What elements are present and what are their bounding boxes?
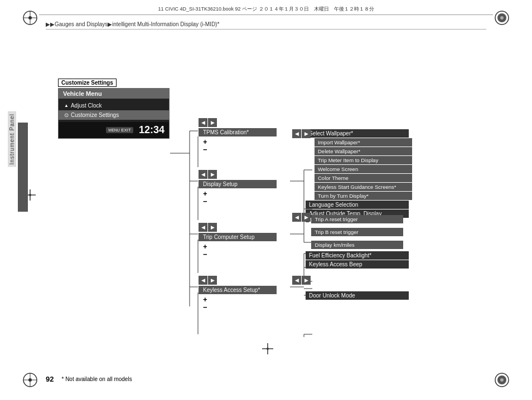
breadcrumb: ▶▶Gauges and Displays▶intelligent Multi-… [46, 21, 219, 27]
keyless-start-row: Keyless Start Guidance Screens* [315, 183, 412, 191]
svg-point-19 [267, 348, 269, 350]
trip-meter-label: Trip Meter Item to Display [315, 156, 412, 164]
trip-submenu-nav: ◀ ▶ [292, 213, 311, 222]
display-setup-nav-area: ◀ ▶ Display Setup + − [199, 170, 277, 206]
vehicle-menu-item-customize: ⊙ Customize Settings [59, 110, 169, 120]
import-wallpaper-label: Import Wallpaper* [315, 138, 412, 147]
select-wallpaper-label: Select Wallpaper* [306, 129, 409, 138]
trip-left-arrow[interactable]: ◀ [199, 223, 207, 232]
tpms-label: TPMS Calibration* [199, 128, 277, 136]
keyless-plus-minus: + − [203, 296, 207, 312]
trip-b-row: +− Trip B reset trigger [306, 226, 409, 238]
display-km-label: Display km/miles [311, 241, 403, 249]
sidebar-tab [18, 123, 28, 212]
keyless-access-submenu: Door Unlock Mode [306, 291, 409, 300]
display-sub-right-arrow[interactable]: ▶ [302, 129, 311, 138]
delete-wallpaper-row: Delete Wallpaper* [315, 147, 412, 155]
trip-computer-nav-area: ◀ ▶ Trip Computer Setup + − [199, 223, 277, 259]
corner-bottom-left [22, 372, 38, 389]
display-right-arrow[interactable]: ▶ [208, 170, 217, 179]
keyless-beep-label: Keyless Access Beep [306, 260, 409, 269]
display-left-arrow[interactable]: ◀ [199, 170, 207, 179]
fuel-efficiency-row: Fuel Efficiency Backlight* [306, 251, 409, 260]
display-sub-left-arrow[interactable]: ◀ [292, 129, 301, 138]
trip-a-row: + − Trip A reset trigger [306, 213, 409, 225]
tpms-left-arrow[interactable]: ◀ [199, 118, 207, 127]
keyless-plus[interactable]: + [203, 296, 207, 304]
trip-sub-right-arrow[interactable]: ▶ [302, 213, 311, 222]
trip-minus[interactable]: − [203, 251, 207, 258]
tpms-plus[interactable]: + [203, 138, 207, 146]
menu-exit-btn: MENU EXIT [106, 127, 133, 133]
cross-mark-bottom-mid [262, 343, 273, 355]
trip-sub-left-arrow[interactable]: ◀ [292, 213, 301, 222]
language-selection-row: Language Selection [306, 201, 412, 209]
select-wallpaper-row: Select Wallpaper* [306, 129, 412, 138]
trip-a-label: Trip A reset trigger [311, 215, 403, 223]
keyless-submenu-nav-arrows[interactable]: ◀ ▶ [292, 276, 311, 285]
page-footer: 92 * Not available on all models [46, 375, 486, 383]
keyless-sub-right-arrow[interactable]: ▶ [302, 276, 311, 285]
language-selection-label: Language Selection [306, 201, 409, 209]
tpms-nav-area: ◀ ▶ TPMS Calibration* + − [199, 118, 277, 154]
display-setup-submenu: Select Wallpaper* Import Wallpaper* Dele… [306, 129, 412, 218]
customize-settings-header: Customize Settings [58, 79, 117, 86]
keyless-access-label: Keyless Access Setup* [199, 286, 277, 294]
keyless-right-arrow[interactable]: ▶ [208, 276, 217, 285]
welcome-screen-row: Welcome Screen [315, 165, 412, 173]
circle-icon: ⊙ [64, 112, 69, 118]
tpms-plus-minus: + − [203, 138, 207, 154]
trip-b-label: Trip B reset trigger [311, 228, 403, 236]
keyless-nav-arrows[interactable]: ◀ ▶ [199, 276, 217, 285]
display-plus[interactable]: + [203, 190, 207, 198]
trip-right-arrow[interactable]: ▶ [208, 223, 217, 232]
tpms-nav-arrows[interactable]: ◀ ▶ [199, 118, 217, 127]
corner-top-right [494, 10, 510, 27]
trip-submenu-nav-arrows[interactable]: ◀ ▶ [292, 213, 311, 222]
breadcrumb-text: ▶▶Gauges and Displays▶intelligent Multi-… [46, 21, 219, 27]
welcome-screen-label: Welcome Screen [315, 165, 412, 173]
side-label: Instrument Panel [8, 111, 16, 167]
keyless-left-arrow[interactable]: ◀ [199, 276, 207, 285]
top-bar-text: 11 CIVIC 4D_SI-31TK36210.book 92 ページ ２０１… [158, 6, 374, 12]
turn-by-turn-label: Turn by Turn Display* [315, 192, 412, 200]
page-number: 92 [46, 375, 54, 383]
display-sub-items: Import Wallpaper* Delete Wallpaper* Trip… [315, 138, 412, 200]
tpms-right-arrow[interactable]: ▶ [208, 118, 217, 127]
color-theme-row: Color Theme [315, 174, 412, 182]
time-display: 12:34 [139, 124, 165, 136]
tpms-minus[interactable]: − [203, 146, 207, 154]
color-theme-label: Color Theme [315, 174, 412, 182]
vehicle-menu-display: Vehicle Menu ▲ Adjust Clock ⊙ Customize … [58, 88, 170, 139]
door-unlock-row: Door Unlock Mode [306, 291, 409, 300]
breadcrumb-underline [46, 29, 486, 30]
corner-top-left [22, 10, 38, 27]
svg-point-13 [500, 378, 504, 382]
display-submenu-nav-arrows[interactable]: ◀ ▶ [292, 129, 311, 138]
display-submenu-nav: ◀ ▶ [292, 129, 311, 138]
keyless-nav-area: ◀ ▶ Keyless Access Setup* + − [199, 276, 277, 312]
keyless-sub-left-arrow[interactable]: ◀ [292, 276, 301, 285]
svg-point-16 [29, 194, 31, 196]
up-arrow-icon: ▲ [64, 103, 69, 108]
keyless-minus[interactable]: − [203, 304, 207, 311]
corner-bottom-right [494, 372, 510, 389]
vehicle-menu-header: Vehicle Menu [59, 89, 169, 99]
keyless-submenu-nav: ◀ ▶ [292, 276, 311, 285]
display-plus-minus: + − [203, 190, 207, 206]
svg-point-3 [28, 16, 32, 19]
svg-point-10 [28, 378, 32, 382]
trip-plus[interactable]: + [203, 243, 207, 251]
display-minus[interactable]: − [203, 198, 207, 206]
trip-nav-arrows[interactable]: ◀ ▶ [199, 223, 217, 232]
vehicle-menu-footer: MENU EXIT 12:34 [59, 122, 169, 138]
delete-wallpaper-label: Delete Wallpaper* [315, 147, 412, 155]
keyless-beep-row: Keyless Access Beep [306, 260, 409, 269]
keyless-start-label: Keyless Start Guidance Screens* [315, 183, 412, 191]
customize-settings-label: Customize Settings [58, 79, 117, 87]
fuel-efficiency-label: Fuel Efficiency Backlight* [306, 251, 409, 260]
import-wallpaper-row: Import Wallpaper* [315, 138, 412, 147]
svg-point-6 [500, 16, 504, 19]
display-setup-nav-arrows[interactable]: ◀ ▶ [199, 170, 217, 179]
trip-meter-row: Trip Meter Item to Display [315, 156, 412, 164]
